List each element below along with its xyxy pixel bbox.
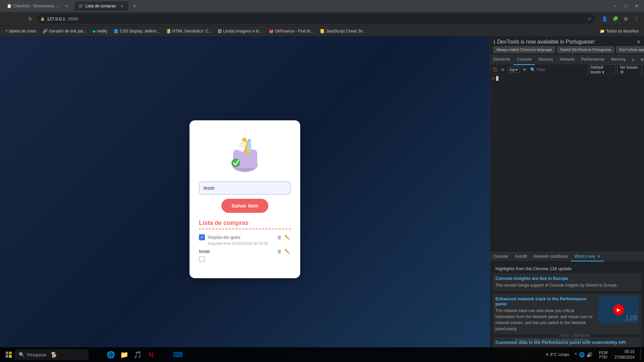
store-taskbar-icon[interactable]: 🛍 [158,349,170,361]
whats-new-close-button[interactable]: ✕ [597,254,600,259]
delete-item-1[interactable]: 🗑 [276,234,282,241]
tab-close-2[interactable]: ✕ [119,3,124,9]
news-item-title-1: Console insights are live in Europe [495,276,639,281]
always-match-language-button[interactable]: Always match Chrome's language [493,46,555,53]
console-filter-button[interactable]: ⊘ [499,66,505,73]
vscode-taskbar-icon[interactable]: ⌨ [172,349,184,361]
profile-icon[interactable]: 👤 [600,14,609,23]
clock[interactable]: 00:10 27/08/2024 [612,349,637,360]
address-bar: ← → ↻ 🔒 127.0.0.1 :5500 ☆ 👤 🧩 ⊞ ⋮ [0,12,644,25]
list-title: Lista de compras [199,220,291,227]
bookmark-netlify[interactable]: ◆ netlify [90,27,110,35]
dont-show-again-button[interactable]: Don't show again [616,46,644,53]
url-host: 127.0.0.1 [47,16,65,21]
filter-input[interactable] [537,67,587,72]
item-input[interactable] [199,181,291,195]
edit-item-2[interactable]: ✏️ [284,248,291,255]
tab-elements[interactable]: Elements [490,54,514,65]
console-eye-button[interactable]: 👁 [521,66,527,73]
play-button[interactable]: ▶ [613,304,624,315]
tab-memory[interactable]: Memory [608,54,629,65]
sidebar-icon[interactable]: ⊞ [621,14,631,23]
forward-button[interactable]: → [14,14,23,23]
url-bar[interactable]: 🔒 127.0.0.1 :5500 ☆ [37,14,595,23]
minimize-button[interactable]: ─ [610,1,620,11]
bookmark-star-icon[interactable]: ☆ [587,16,592,21]
close-window-button[interactable]: ✕ [632,1,641,11]
no-issues-badge[interactable]: No Issues ⚙ [617,64,642,75]
bookmark-favicon-8: 📒 [320,29,325,34]
bookmark-label-2: Gerador de link par... [49,29,87,34]
tab-sources[interactable]: Sources [535,54,556,65]
task-view-button[interactable]: ⊞ [91,349,103,361]
bookmark-css-display[interactable]: 📘 CSS Display: definin... [111,27,162,35]
start-button[interactable] [3,349,15,361]
bottom-tab-autofill[interactable]: Autofill [512,252,530,261]
delete-item-2[interactable]: 🗑 [276,248,282,255]
reload-button[interactable]: ↻ [25,14,35,23]
devtools-bottom-panel: Console Autofill Network conditions What… [490,252,644,362]
bookmark-favicon-1: T [5,29,8,33]
network-icon[interactable]: 🌐 [579,352,585,357]
bookmark-js-cheat[interactable]: 📒 JavaScript Cheat Sh... [317,27,369,35]
bookmark-gerador-link[interactable]: 🔗 Gerador de link par... [40,27,89,35]
volume-icon[interactable]: 🔊 [587,352,592,357]
weather-condition: Limpo [558,352,570,357]
bottom-tab-whats-new[interactable]: What's new ✕ [571,252,604,261]
taskbar-app-icons: ⊞ 🌐 📁 🎵 N 🛍 ⌨ [91,349,184,361]
news-item-video[interactable]: ▶ 128 [598,296,639,323]
tab-label-2: Lista de compras [85,4,116,8]
switch-to-portuguese-button[interactable]: Switch DevTools to Portuguese [557,46,614,53]
weather-widget[interactable]: ☀ 8°C Limpo [545,352,570,357]
tab-inactive[interactable]: 📋 Checklist - Desenvolva aplicaç... ✕ [3,1,73,11]
tab-favicon-1: 📋 [7,4,11,8]
info-icon: ℹ [493,39,495,45]
notif-row: ℹ DevTools is now available in Portugues… [493,39,641,45]
language-indicator[interactable]: POR PTB2 [598,351,609,359]
log-levels-selector[interactable]: Default levels ▾ [588,64,616,75]
bottom-tab-console[interactable]: Console [490,252,512,261]
console-caret: > [492,76,495,81]
tab-close-1[interactable]: ✕ [64,3,69,9]
save-item-button[interactable]: Salvar item [221,199,268,213]
spotify-taskbar-icon[interactable]: 🎵 [131,349,144,361]
netflix-taskbar-icon[interactable]: N [145,349,157,361]
bottom-tab-network-conditions[interactable]: Network conditions [530,252,571,261]
tab-network[interactable]: Network [556,54,578,65]
back-button[interactable]: ← [3,14,12,23]
all-bookmarks-label: Todos os favoritos [606,29,639,34]
search-placeholder: Pesquisar [27,352,47,357]
tab-active[interactable]: 🛒 Lista de compras ✕ [74,1,128,11]
chrome-taskbar-icon[interactable]: 🌐 [105,349,117,361]
edit-item-1[interactable]: ✏️ [284,234,291,241]
tab-console[interactable]: Console [514,54,535,65]
maximize-button[interactable]: □ [621,1,631,11]
item-actions-2: 🗑 ✏️ [276,248,291,255]
devtools-settings-icon[interactable]: ⚙ [638,56,644,64]
all-bookmarks-link[interactable]: 📁 Todos os favoritos [597,27,641,35]
taskbar-search[interactable]: 🔍 Pesquisar 🐕 [15,349,89,360]
checkbox-2[interactable] [199,256,205,262]
show-desktop-button[interactable] [640,349,641,361]
checkbox-1[interactable] [199,234,205,240]
notif-close-button[interactable]: ✕ [637,39,641,45]
console-context-selector[interactable]: top ▾ [507,67,520,73]
tab-performance[interactable]: Performance [578,54,608,65]
bookmark-favicon-3: ◆ [93,29,96,34]
bookmark-favicon-7: 🐙 [269,29,274,34]
more-tabs-button[interactable]: » [629,57,637,62]
taskbar-right: ☀ 8°C Limpo ^ 🌐 🔊 POR PTB2 00:10 27/08/2… [545,349,641,361]
more-options-icon[interactable]: ⋮ [632,14,641,23]
browser-content: Salvar item Lista de compras Ração de ga… [0,36,490,362]
extensions-icon[interactable]: 🧩 [610,14,620,23]
console-prompt[interactable]: > [492,76,642,81]
bookmark-html-semantico[interactable]: 📗 HTML Semântico: C... [163,27,215,35]
bookmark-gitfluence[interactable]: 🐙 GitFluence - Find th... [266,27,316,35]
console-clear-button[interactable]: 🚫 [492,66,498,73]
explorer-taskbar-icon[interactable]: 📁 [118,349,130,361]
chrome-version-badge: 128 [625,314,637,322]
bookmark-tabela-cores[interactable]: T tabela de cores [3,27,39,35]
bookmark-lindas-imagens[interactable]: 🖼 Lindas imagens e fo... [215,27,265,35]
show-hidden-icons[interactable]: ^ [575,352,577,357]
tab-add-button[interactable]: + [130,1,139,11]
